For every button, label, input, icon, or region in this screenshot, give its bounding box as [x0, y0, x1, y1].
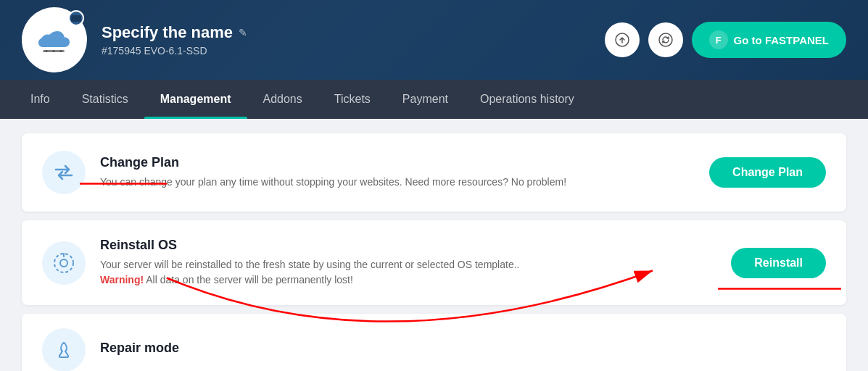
- tab-addons[interactable]: Addons: [247, 80, 318, 119]
- server-name-text: Specify the name: [102, 23, 233, 42]
- reinstall-warning-label: Warning!: [100, 274, 144, 285]
- avatar: [22, 7, 87, 72]
- reinstall-action: Reinstall: [731, 248, 826, 278]
- change-plan-action: Change Plan: [709, 157, 826, 188]
- tab-tickets[interactable]: Tickets: [318, 80, 387, 119]
- svg-point-1: [46, 50, 48, 52]
- server-info: Specify the name ✎ #175945 EVO-6.1-SSD: [102, 23, 247, 57]
- upload-icon: [615, 33, 629, 47]
- reinstall-os-content: Reinstall OS Your server will be reinsta…: [100, 238, 716, 288]
- server-name-row: Specify the name ✎: [102, 23, 247, 42]
- svg-point-2: [53, 50, 55, 52]
- reinstall-button[interactable]: Reinstall: [731, 248, 826, 278]
- reinstall-os-card: Reinstall OS Your server will be reinsta…: [22, 220, 846, 305]
- go-fastpanel-button[interactable]: F Go to FASTPANEL: [692, 22, 846, 58]
- refresh-button[interactable]: [648, 22, 683, 57]
- status-badge: [68, 10, 84, 26]
- svg-point-5: [659, 33, 672, 46]
- tab-statistics[interactable]: Statistics: [66, 80, 144, 119]
- change-plan-icon-wrapper: [42, 151, 86, 194]
- tab-operations-history[interactable]: Operations history: [464, 80, 590, 119]
- tab-management[interactable]: Management: [144, 80, 247, 119]
- refresh-icon: [658, 33, 673, 47]
- reinstall-os-description: Your server will be reinstalled to the f…: [100, 257, 716, 288]
- change-plan-title: Change Plan: [100, 155, 695, 170]
- svg-point-7: [60, 259, 67, 267]
- reinstall-os-icon-wrapper: [42, 241, 86, 285]
- server-id: #175945 EVO-6.1-SSD: [102, 45, 247, 57]
- change-plan-description: You can change your plan any time withou…: [100, 175, 695, 190]
- page-header: Specify the name ✎ #175945 EVO-6.1-SSD F: [0, 0, 868, 80]
- reinstall-description-part2: All data on the server will be permanent…: [144, 274, 353, 285]
- cloud-icon: [36, 25, 73, 54]
- change-plan-card: Change Plan You can change your plan any…: [22, 133, 846, 212]
- header-actions: F Go to FASTPANEL: [605, 22, 846, 58]
- fastpanel-logo: F: [709, 30, 728, 49]
- svg-point-3: [60, 50, 62, 52]
- repair-icon: [54, 340, 74, 360]
- change-plan-content: Change Plan You can change your plan any…: [100, 155, 695, 190]
- repair-mode-icon-wrapper: [42, 328, 86, 371]
- change-plan-button[interactable]: Change Plan: [709, 157, 826, 188]
- repair-mode-card: Repair mode: [22, 314, 846, 371]
- reinstall-description-part1: Your server will be reinstalled to the f…: [100, 259, 519, 270]
- main-content: Change Plan You can change your plan any…: [0, 119, 868, 371]
- reinstall-icon: [51, 251, 76, 275]
- repair-mode-content: Repair mode: [100, 341, 826, 360]
- arrows-exchange-icon: [53, 164, 75, 181]
- annotation-container: Change Plan You can change your plan any…: [22, 133, 846, 371]
- reinstall-os-title: Reinstall OS: [100, 238, 716, 253]
- tab-payment[interactable]: Payment: [387, 80, 464, 119]
- repair-mode-title: Repair mode: [100, 341, 826, 356]
- tabs-bar: Info Statistics Management Addons Ticket…: [0, 80, 868, 119]
- edit-icon[interactable]: ✎: [239, 27, 247, 38]
- upload-button[interactable]: [605, 22, 640, 57]
- tab-info[interactable]: Info: [15, 80, 66, 119]
